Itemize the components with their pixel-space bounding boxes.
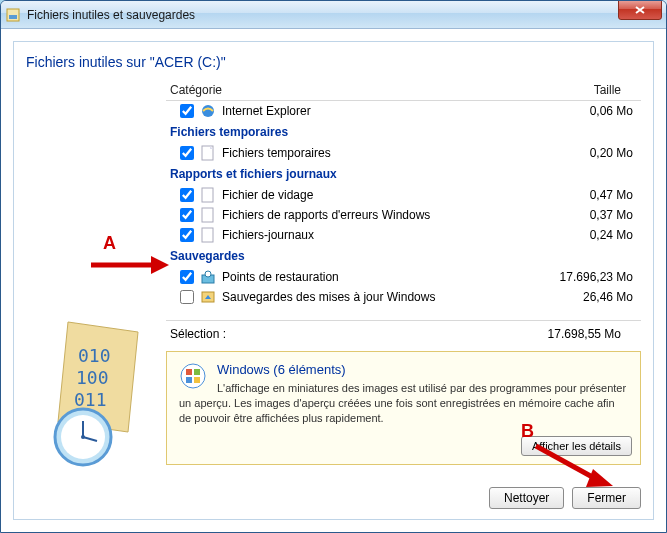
window: Fichiers inutiles et sauvegardes Fichier…: [0, 0, 667, 533]
item-label: Points de restauration: [222, 270, 531, 284]
list-scroll[interactable]: Internet Explorer 0,06 Mo Fichiers tempo…: [166, 101, 641, 321]
item-label: Fichier de vidage: [222, 188, 531, 202]
checkbox-temp[interactable]: [180, 146, 194, 160]
svg-rect-6: [202, 208, 213, 222]
svg-text:100: 100: [76, 367, 109, 388]
item-size: 0,20 Mo: [531, 146, 641, 160]
clean-button[interactable]: Nettoyer: [489, 487, 564, 509]
item-size: 17.696,23 Mo: [531, 270, 641, 284]
list-item[interactable]: Sauvegardes des mises à jour Windows 26,…: [166, 287, 641, 307]
details-button[interactable]: Afficher les détails: [521, 436, 632, 456]
info-panel: Windows (6 éléments) L'affichage en mini…: [166, 351, 641, 465]
item-size: 0,47 Mo: [531, 188, 641, 202]
list-item[interactable]: Fichiers-journaux 0,24 Mo: [166, 225, 641, 245]
column-size[interactable]: Taille: [531, 83, 641, 97]
svg-text:011: 011: [74, 389, 107, 410]
file-icon: [200, 187, 216, 203]
list-item[interactable]: Internet Explorer 0,06 Mo: [166, 101, 641, 121]
svg-rect-5: [202, 188, 213, 202]
checkbox-ie[interactable]: [180, 104, 194, 118]
svg-rect-14: [186, 377, 192, 383]
svg-rect-13: [194, 369, 200, 375]
close-action-button[interactable]: Fermer: [572, 487, 641, 509]
close-icon: [634, 5, 646, 15]
checkbox-restorepoints[interactable]: [180, 270, 194, 284]
checkbox-logs[interactable]: [180, 228, 194, 242]
item-label: Fichiers temporaires: [222, 146, 531, 160]
item-size: 26,46 Mo: [531, 290, 641, 304]
button-bar: Nettoyer Fermer: [489, 487, 641, 509]
file-icon: [200, 145, 216, 161]
selection-summary: Sélection : 17.698,55 Mo: [26, 321, 641, 343]
content-frame: Fichiers inutiles sur "ACER (C:)" Catégo…: [13, 41, 654, 520]
item-label: Internet Explorer: [222, 104, 531, 118]
item-size: 0,06 Mo: [531, 104, 641, 118]
svg-point-24: [81, 435, 85, 439]
update-icon: [200, 289, 216, 305]
info-text: L'affichage en miniatures des images est…: [179, 381, 628, 426]
svg-point-9: [205, 271, 211, 277]
list-item[interactable]: Fichiers de rapports d'erreurs Windows 0…: [166, 205, 641, 225]
svg-rect-7: [202, 228, 213, 242]
window-title: Fichiers inutiles et sauvegardes: [27, 8, 195, 22]
ie-icon: [200, 103, 216, 119]
close-button[interactable]: [618, 0, 662, 20]
app-icon: [5, 7, 21, 23]
svg-rect-1: [9, 15, 17, 19]
file-icon: [200, 227, 216, 243]
group-backups: Sauvegardes: [166, 245, 641, 267]
column-category[interactable]: Catégorie: [166, 83, 531, 97]
svg-rect-12: [186, 369, 192, 375]
info-title: Windows (6 éléments): [179, 362, 628, 377]
windows-icon: [179, 362, 207, 393]
checkbox-werr[interactable]: [180, 208, 194, 222]
svg-point-21: [61, 415, 105, 459]
category-list: Catégorie Taille Internet Explorer 0,06 …: [166, 80, 641, 321]
page-title: Fichiers inutiles sur "ACER (C:)": [26, 54, 641, 70]
svg-line-23: [83, 437, 97, 441]
list-item[interactable]: Fichier de vidage 0,47 Mo: [166, 185, 641, 205]
list-item[interactable]: Points de restauration 17.696,23 Mo: [166, 267, 641, 287]
item-label: Fichiers-journaux: [222, 228, 531, 242]
selection-label: Sélection :: [30, 327, 531, 341]
item-size: 0,24 Mo: [531, 228, 641, 242]
item-label: Sauvegardes des mises à jour Windows: [222, 290, 531, 304]
titlebar[interactable]: Fichiers inutiles et sauvegardes: [1, 1, 666, 29]
checkbox-dump[interactable]: [180, 188, 194, 202]
group-reports: Rapports et fichiers journaux: [166, 163, 641, 185]
restore-icon: [200, 269, 216, 285]
selection-size: 17.698,55 Mo: [531, 327, 641, 341]
item-size: 0,37 Mo: [531, 208, 641, 222]
file-icon: [200, 207, 216, 223]
checkbox-winupdates[interactable]: [180, 290, 194, 304]
group-temp: Fichiers temporaires: [166, 121, 641, 143]
svg-text:010: 010: [78, 345, 111, 366]
list-header: Catégorie Taille: [166, 80, 641, 101]
svg-point-11: [181, 364, 205, 388]
svg-rect-15: [194, 377, 200, 383]
svg-point-20: [55, 409, 111, 465]
item-label: Fichiers de rapports d'erreurs Windows: [222, 208, 531, 222]
list-item[interactable]: Fichiers temporaires 0,20 Mo: [166, 143, 641, 163]
